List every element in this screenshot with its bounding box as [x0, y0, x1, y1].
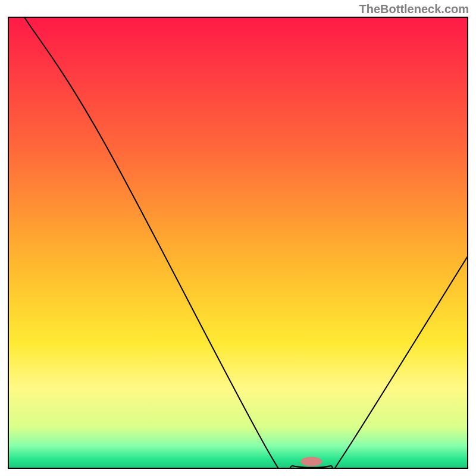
chart-container: TheBottleneck.com	[0, 0, 476, 476]
chart-area	[8, 17, 468, 469]
optimal-marker	[301, 457, 322, 466]
gradient-background	[8, 17, 468, 468]
bottleneck-chart	[8, 17, 468, 469]
attribution-text: TheBottleneck.com	[359, 2, 469, 16]
